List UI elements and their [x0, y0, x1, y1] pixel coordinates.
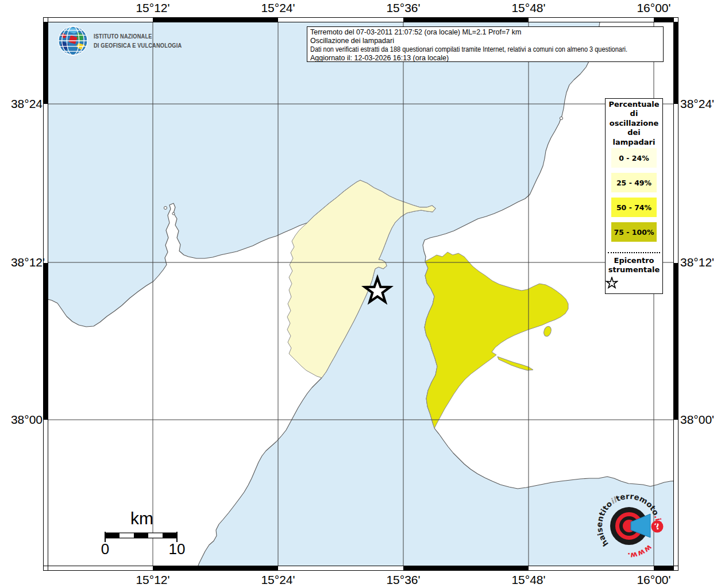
- legend-class-label: 75 - 100%: [614, 228, 654, 237]
- legend-class-label: 25 - 49%: [616, 179, 651, 187]
- event-updated: Aggiornato il: 12-03-2026 16:13 (ora loc…: [310, 54, 660, 63]
- scalebar-end: 10: [169, 540, 186, 558]
- lon-label-bottom: 16°00': [637, 573, 670, 587]
- event-data-note: Dati non verificati estratti da 188 ques…: [310, 45, 618, 54]
- event-effect: Oscillazione dei lampadari: [310, 37, 660, 45]
- legend-star-icon: [606, 277, 618, 289]
- event-info-box: Terremoto del 07-03-2011 21:07:52 (ora l…: [307, 26, 664, 62]
- legend-class-2: 50 - 74%: [611, 198, 657, 217]
- lon-label-top: 15°36': [386, 1, 420, 15]
- lon-label-top: 15°12': [136, 1, 169, 15]
- lon-label-bottom: 15°24': [261, 573, 295, 587]
- lon-label-bottom: 15°12': [136, 573, 169, 587]
- legend-class-label: 0 - 24%: [619, 154, 649, 163]
- event-title: Terremoto del 07-03-2011 21:07:52 (ora l…: [310, 28, 660, 37]
- ingv-logo: ISTITUTO NAZIONALE DI GEOFISICA E VULCAN…: [57, 25, 194, 56]
- island-icon: [560, 117, 562, 119]
- lon-label-top: 15°24': [261, 1, 295, 15]
- lat-label-left: 38°00': [0, 413, 45, 427]
- lat-label-right: 38°24': [680, 97, 714, 111]
- lat-label-right: 38°00': [680, 413, 714, 427]
- legend-title: Percentuale di oscillazione dei lampadar…: [606, 100, 662, 147]
- lon-label-bottom: 15°48': [511, 573, 545, 587]
- scalebar-start: 0: [101, 540, 109, 558]
- lat-label-left: 38°12': [0, 256, 45, 269]
- lat-label-right: 38°12': [680, 256, 714, 269]
- legend-class-1: 25 - 49%: [611, 173, 657, 192]
- ingv-globe-icon: [57, 25, 88, 56]
- lat-label-left: 38°24': [0, 97, 45, 111]
- island-icon: [164, 206, 167, 209]
- map-canvas: ? haisentitoilterremoto.it www.: [0, 0, 721, 588]
- lon-label-top: 16°00': [637, 1, 670, 15]
- island-icon: [172, 212, 175, 215]
- legend-class-3: 75 - 100%: [611, 222, 657, 242]
- legend-class-0: 0 - 24%: [611, 148, 657, 168]
- legend-epicenter-label: Epicentro strumentale: [606, 256, 662, 274]
- legend-divider: [608, 252, 660, 253]
- lon-label-top: 15°48': [511, 1, 545, 15]
- lon-label-bottom: 15°36': [386, 573, 420, 587]
- ingv-logo-text: ISTITUTO NAZIONALE DI GEOFISICA E VULCAN…: [94, 32, 182, 50]
- legend-box: Percentuale di oscillazione dei lampadar…: [605, 98, 663, 294]
- legend-class-label: 50 - 74%: [616, 203, 651, 212]
- map-page: ? haisentitoilterremoto.it www. 15°12' 1…: [0, 0, 721, 588]
- scalebar-unit: km: [130, 509, 153, 528]
